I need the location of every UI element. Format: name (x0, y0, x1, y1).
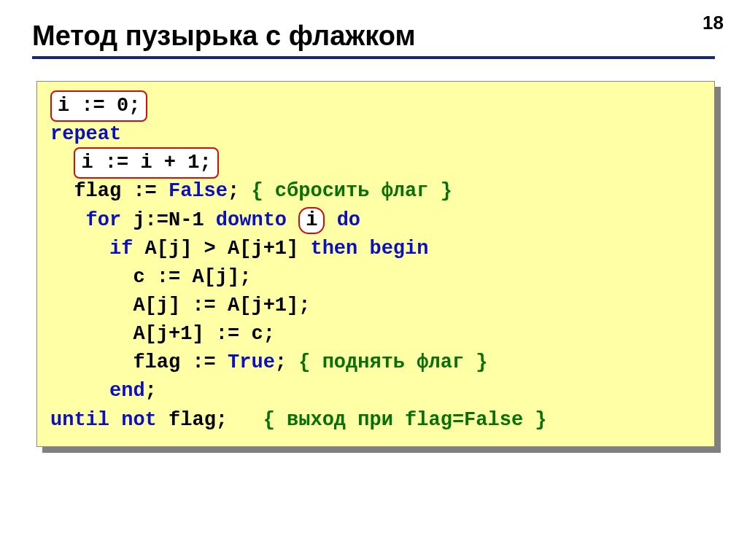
code-line-1: i := 0; (50, 92, 701, 120)
title-rule (32, 56, 715, 59)
kw-false: False (169, 180, 228, 202)
kw-then-begin: then begin (310, 238, 428, 260)
code-line-4: flag := False; { сбросить флаг } (50, 177, 701, 206)
kw-do: do (337, 209, 360, 231)
kw-for: for (86, 209, 122, 231)
txt-flag-assign: flag := (74, 180, 169, 202)
highlight-increment: i := i + 1; (74, 147, 218, 179)
slide: 18 Метод пузырька с флажком i := 0; repe… (0, 0, 747, 560)
code-line-12: until not flag; { выход при flag=False } (50, 406, 701, 435)
highlight-limit-i: i (298, 207, 325, 234)
kw-end: end (109, 380, 145, 402)
code-line-8: A[j] := A[j+1]; (50, 292, 701, 320)
page-number: 18 (703, 12, 724, 34)
code-line-3: i := i + 1; (50, 149, 701, 177)
comment-reset: { сбросить флаг } (251, 180, 452, 202)
kw-if: if (109, 238, 133, 260)
code-line-9: A[j+1] := с; (50, 320, 701, 349)
kw-until-not: until not (50, 409, 157, 431)
kw-downto: downto (216, 209, 287, 231)
slide-title: Метод пузырька с флажком (32, 20, 715, 52)
highlight-init: i := 0; (50, 90, 147, 122)
code-line-11: end; (50, 377, 701, 405)
code-line-7: с := A[j]; (50, 263, 701, 292)
code-line-6: if A[j] > A[j+1] then begin (50, 235, 701, 263)
comment-raise: { поднять флаг } (298, 351, 487, 373)
kw-true: True (228, 351, 275, 373)
comment-exit: { выход при flag=False } (263, 409, 547, 431)
code-line-2: repeat (50, 120, 701, 149)
code-block: i := 0; repeat i := i + 1; flag := False… (36, 81, 715, 447)
code-block-shadow: i := 0; repeat i := i + 1; flag := False… (36, 81, 715, 447)
code-line-10: flag := True; { поднять флаг } (50, 349, 701, 377)
kw-repeat: repeat (50, 123, 121, 145)
code-line-5: for j:=N-1 downto i do (50, 206, 701, 235)
